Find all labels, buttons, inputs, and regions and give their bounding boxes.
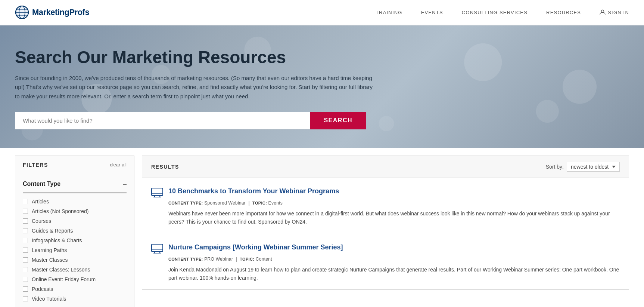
- filter-label-master-classes: Master Classes: [32, 257, 68, 263]
- result-ct-label-2: CONTENT TYPE:: [168, 257, 203, 261]
- checkbox-online-event[interactable]: [23, 277, 28, 282]
- search-button[interactable]: SEARCH: [310, 112, 366, 129]
- globe-icon: [15, 5, 29, 19]
- collapse-icon[interactable]: –: [123, 180, 127, 188]
- checkbox-video-tutorials[interactable]: [23, 296, 28, 301]
- filter-podcasts[interactable]: Podcasts: [23, 286, 127, 292]
- result-desc-2: Join Kenda Macdonald on August 19 to lea…: [151, 265, 620, 282]
- sign-in-label: SIGN IN: [608, 10, 629, 15]
- result-topic-label-2: TOPIC:: [240, 257, 254, 261]
- checkbox-master-classes-lessons[interactable]: [23, 267, 28, 272]
- monitor-icon-1: [151, 188, 163, 197]
- result-desc-1: Webinars have never been more important …: [151, 209, 620, 226]
- result-topic-label-1: TOPIC:: [252, 201, 267, 205]
- header: MarketingProfs TRAINING EVENTS CONSULTIN…: [0, 0, 644, 25]
- checkbox-infographics[interactable]: [23, 238, 28, 243]
- content-type-section: Content Type – Articles Articles (Not Sp…: [15, 174, 134, 307]
- checkbox-guides[interactable]: [23, 228, 28, 233]
- logo-text: MarketingProfs: [32, 7, 89, 17]
- filter-master-classes[interactable]: Master Classes: [23, 257, 127, 263]
- search-bar: SEARCH: [15, 112, 366, 129]
- filter-label-podcasts: Podcasts: [32, 286, 53, 292]
- filter-label-online-event: Online Event: Friday Forum: [32, 276, 96, 282]
- checkbox-master-classes[interactable]: [23, 257, 28, 263]
- result-item-2: Nurture Campaigns [Working Webinar Summe…: [142, 234, 629, 290]
- result-title-2[interactable]: Nurture Campaigns [Working Webinar Summe…: [168, 243, 343, 252]
- filters-title: FILTERS: [23, 162, 48, 168]
- checkbox-articles[interactable]: [23, 199, 28, 204]
- hero-content: Search Our Marketing Resources Since our…: [15, 48, 388, 129]
- hero-section: Search Our Marketing Resources Since our…: [0, 25, 644, 148]
- checkbox-courses[interactable]: [23, 218, 28, 224]
- checkbox-articles-not-sponsored[interactable]: [23, 209, 28, 214]
- nav-consulting[interactable]: CONSULTING SERVICES: [462, 10, 528, 15]
- filter-label-courses: Courses: [32, 218, 51, 224]
- filter-label-articles-not-sponsored: Articles (Not Sponsored): [32, 208, 89, 214]
- results-panel: RESULTS Sort by: newest to oldest oldest…: [142, 156, 629, 290]
- results-title: RESULTS: [151, 164, 179, 170]
- result-top-2: Nurture Campaigns [Working Webinar Summe…: [151, 243, 620, 254]
- checkbox-podcasts[interactable]: [23, 286, 28, 292]
- filter-articles[interactable]: Articles: [23, 199, 127, 205]
- sort-area: Sort by: newest to oldest oldest to newe…: [546, 162, 620, 172]
- clear-all-button[interactable]: clear all: [110, 162, 127, 168]
- svg-rect-12: [152, 244, 163, 252]
- result-top-1: 10 Benchmarks to Transform Your Webinar …: [151, 187, 620, 197]
- sort-select[interactable]: newest to oldest oldest to newest most p…: [567, 162, 620, 172]
- filter-label-video-tutorials: Video Tutorials: [32, 296, 66, 302]
- filter-label-learning-paths: Learning Paths: [32, 247, 67, 253]
- filter-label-articles: Articles: [32, 199, 49, 205]
- filter-infographics[interactable]: Infographics & Charts: [23, 237, 127, 243]
- filter-master-classes-lessons[interactable]: Master Classes: Lessons: [23, 267, 127, 273]
- svg-point-5: [16, 6, 28, 19]
- result-topic-value-2: Content: [256, 257, 272, 262]
- filter-articles-not-sponsored[interactable]: Articles (Not Sponsored): [23, 208, 127, 214]
- result-ct-value-2: PRO Webinar: [204, 257, 233, 262]
- monitor-icon-2: [151, 244, 163, 254]
- filters-header: FILTERS clear all: [15, 156, 134, 174]
- nav-events[interactable]: EVENTS: [421, 10, 443, 15]
- filter-label-guides: Guides & Reports: [32, 228, 73, 234]
- filter-label-infographics: Infographics & Charts: [32, 237, 82, 243]
- filter-label-master-classes-lessons: Master Classes: Lessons: [32, 267, 90, 273]
- main-content: FILTERS clear all Content Type – Article…: [0, 148, 644, 307]
- content-type-header: Content Type –: [23, 180, 127, 193]
- checkbox-learning-paths[interactable]: [23, 248, 28, 253]
- main-nav: TRAINING EVENTS CONSULTING SERVICES RESO…: [376, 9, 629, 15]
- result-meta-1: CONTENT TYPE: Sponsored Webinar | TOPIC:…: [151, 200, 620, 206]
- filter-learning-paths[interactable]: Learning Paths: [23, 247, 127, 253]
- result-item-1: 10 Benchmarks to Transform Your Webinar …: [142, 178, 629, 234]
- result-title-1[interactable]: 10 Benchmarks to Transform Your Webinar …: [168, 187, 339, 196]
- content-type-title: Content Type: [23, 181, 60, 187]
- results-header: RESULTS Sort by: newest to oldest oldest…: [142, 156, 629, 178]
- result-ct-label-1: CONTENT TYPE:: [168, 201, 203, 205]
- hero-description: Since our founding in 2000, we've produc…: [15, 74, 373, 101]
- sort-label: Sort by:: [546, 164, 564, 170]
- filter-courses[interactable]: Courses: [23, 218, 127, 224]
- sign-in-button[interactable]: SIGN IN: [600, 9, 629, 15]
- logo-area[interactable]: MarketingProfs: [15, 5, 89, 19]
- result-topic-value-1: Events: [268, 200, 283, 206]
- filter-guides[interactable]: Guides & Reports: [23, 228, 127, 234]
- filters-panel: FILTERS clear all Content Type – Article…: [15, 156, 134, 307]
- nav-resources[interactable]: RESOURCES: [546, 10, 581, 15]
- hero-title: Search Our Marketing Resources: [15, 48, 388, 67]
- search-input[interactable]: [15, 112, 310, 129]
- nav-training[interactable]: TRAINING: [376, 10, 402, 15]
- svg-rect-7: [152, 188, 163, 196]
- result-ct-value-1: Sponsored Webinar: [204, 200, 246, 206]
- filter-online-event[interactable]: Online Event: Friday Forum: [23, 276, 127, 282]
- filter-video-tutorials[interactable]: Video Tutorials: [23, 296, 127, 302]
- result-meta-2: CONTENT TYPE: PRO Webinar | TOPIC: Conte…: [151, 257, 620, 262]
- user-icon: [600, 9, 606, 15]
